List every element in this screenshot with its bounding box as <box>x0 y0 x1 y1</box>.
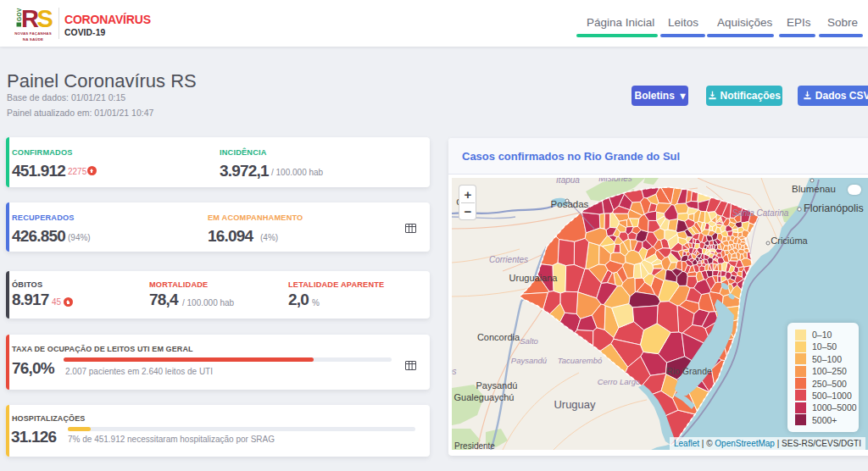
svg-text:Corrientes: Corrientes <box>489 255 528 264</box>
svg-text:Santa Catarina: Santa Catarina <box>732 208 789 218</box>
svg-text:CORONAVÍRUS: CORONAVÍRUS <box>64 13 151 26</box>
svg-text:Criciúma: Criciúma <box>771 236 808 246</box>
svg-text:Itapúa: Itapúa <box>556 178 580 185</box>
svg-text:Tacuarembó: Tacuarembó <box>558 356 603 365</box>
svg-text:Rio Grande: Rio Grande <box>666 366 712 376</box>
svg-text:Paysandú: Paysandú <box>511 356 548 365</box>
svg-text:S: S <box>37 5 53 32</box>
svg-text:COVID-19: COVID-19 <box>64 28 105 37</box>
svg-text:Presidente: Presidente <box>454 441 495 450</box>
svg-text:Uruguay: Uruguay <box>554 398 596 411</box>
svg-text:Uruguaiana: Uruguaiana <box>509 273 559 283</box>
svg-text:é Ríos: é Ríos <box>452 367 456 376</box>
svg-text:Cerro Largo: Cerro Largo <box>598 377 641 386</box>
svg-text:Posadas: Posadas <box>551 199 589 209</box>
svg-text:Blumenau: Blumenau <box>792 184 836 194</box>
svg-text:Misiones: Misiones <box>598 178 632 183</box>
svg-text:NA SAÚDE: NA SAÚDE <box>23 37 43 42</box>
svg-text:NOVAS FAÇANHAS: NOVAS FAÇANHAS <box>14 31 52 36</box>
svg-text:Concordia: Concordia <box>477 332 520 342</box>
svg-text:Florianópolis: Florianópolis <box>804 202 864 214</box>
svg-text:Paysandú: Paysandú <box>476 380 518 391</box>
svg-text:Salto: Salto <box>520 336 538 346</box>
svg-text:Gualeguaychú: Gualeguaychú <box>454 392 515 402</box>
